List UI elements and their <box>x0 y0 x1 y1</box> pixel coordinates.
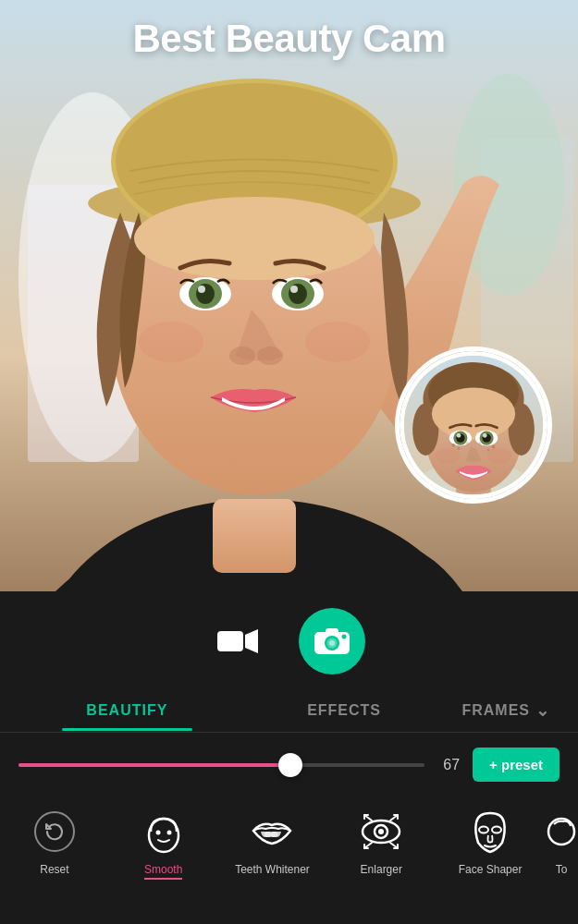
svg-point-68 <box>479 827 488 833</box>
svg-rect-63 <box>264 832 271 837</box>
face-shaper-icon <box>466 808 514 856</box>
slider-row: 67 + preset <box>0 733 578 795</box>
tool-enlarger[interactable]: Enlarger <box>326 804 436 883</box>
smooth-label: Smooth <box>144 863 182 880</box>
svg-point-61 <box>155 831 160 835</box>
tab-frames[interactable]: FRAMES ⌄ <box>452 691 560 732</box>
svg-point-19 <box>198 286 205 293</box>
smooth-icon <box>140 808 188 856</box>
svg-point-44 <box>451 444 455 447</box>
svg-point-24 <box>305 322 370 362</box>
inset-photo-illustration <box>400 351 547 499</box>
slider-value: 67 <box>437 757 460 773</box>
reset-icon <box>31 808 79 856</box>
face-shaper-label: Face Shaper <box>459 863 523 876</box>
reset-label: Reset <box>40 863 68 876</box>
svg-point-17 <box>196 284 215 304</box>
svg-point-46 <box>492 445 496 449</box>
dropdown-arrow-icon: ⌄ <box>535 700 550 721</box>
app-container: Best Beauty Cam <box>0 0 578 924</box>
svg-point-18 <box>289 284 307 304</box>
teeth-whitener-label: Teeth Whitener <box>235 863 310 876</box>
svg-marker-53 <box>245 629 258 653</box>
svg-point-51 <box>487 447 511 463</box>
svg-point-62 <box>166 831 171 835</box>
svg-point-59 <box>341 635 346 639</box>
svg-rect-58 <box>326 628 338 636</box>
svg-point-12 <box>134 197 375 280</box>
frames-label: FRAMES <box>461 702 530 719</box>
tab-effects[interactable]: EFFECTS <box>236 693 453 730</box>
slider-fill <box>18 763 290 767</box>
tone-icon <box>545 808 578 856</box>
svg-point-20 <box>290 286 298 293</box>
tone-label: To <box>556 863 568 876</box>
control-panel: BEAUTIFY EFFECTS FRAMES ⌄ 67 + preset <box>0 591 578 924</box>
slider-thumb[interactable] <box>278 753 302 777</box>
photo-area: Best Beauty Cam <box>0 0 578 591</box>
svg-point-57 <box>329 640 335 646</box>
svg-point-69 <box>492 827 501 833</box>
svg-point-67 <box>378 829 384 834</box>
tool-face-shaper[interactable]: Face Shaper <box>436 804 545 883</box>
svg-point-35 <box>432 388 515 440</box>
teeth-whitener-icon <box>248 808 296 856</box>
svg-rect-7 <box>213 499 296 573</box>
inset-photo <box>395 346 552 504</box>
tab-beautify[interactable]: BEAUTIFY <box>18 693 236 730</box>
photo-button[interactable] <box>299 608 365 675</box>
main-photo-illustration <box>0 0 578 591</box>
tool-reset[interactable]: Reset <box>0 804 109 883</box>
slider-track[interactable] <box>18 763 424 767</box>
svg-point-43 <box>483 433 487 438</box>
tools-row: Reset Smooth <box>0 795 578 887</box>
svg-point-21 <box>229 346 255 365</box>
svg-point-47 <box>487 449 490 452</box>
svg-point-45 <box>458 447 461 450</box>
svg-point-48 <box>466 442 469 444</box>
camera-controls-row <box>0 591 578 687</box>
enlarger-icon <box>357 808 405 856</box>
svg-point-22 <box>257 346 283 365</box>
svg-point-50 <box>436 447 460 463</box>
video-button[interactable] <box>214 617 262 665</box>
svg-rect-64 <box>271 832 277 837</box>
svg-point-49 <box>478 442 481 444</box>
tool-smooth[interactable]: Smooth <box>109 804 218 887</box>
svg-point-70 <box>548 819 574 845</box>
svg-point-42 <box>457 433 461 438</box>
tabs-row: BEAUTIFY EFFECTS FRAMES ⌄ <box>0 687 578 733</box>
svg-point-23 <box>139 322 203 362</box>
enlarger-label: Enlarger <box>361 863 402 876</box>
tool-tone[interactable]: To <box>545 804 578 883</box>
tool-teeth-whitener[interactable]: Teeth Whitener <box>218 804 327 883</box>
svg-rect-52 <box>217 631 243 651</box>
app-title: Best Beauty Cam <box>0 17 578 61</box>
preset-button[interactable]: + preset <box>473 748 560 782</box>
